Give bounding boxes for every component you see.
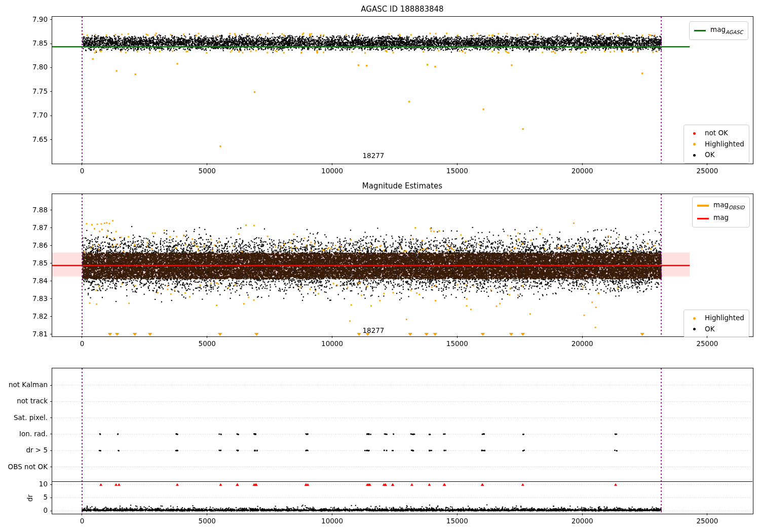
y-tick-label: 7.87 bbox=[12, 223, 48, 232]
y-tick-label: 7.84 bbox=[12, 277, 48, 285]
x-tick-label: 0 bbox=[59, 167, 105, 175]
x-tick bbox=[332, 513, 332, 515]
dr-tick-label: 0 bbox=[12, 506, 48, 514]
green-line-swatch bbox=[694, 30, 706, 31]
category-label: not Kalman bbox=[0, 381, 48, 389]
legend-item-ok: OK bbox=[689, 324, 744, 335]
x-tick bbox=[582, 163, 583, 165]
plots-canvas bbox=[0, 0, 760, 532]
legend-label-mag-obsid: magOBSID bbox=[713, 202, 745, 210]
x-tick-label: 15000 bbox=[434, 517, 480, 525]
x-tick-label: 0 bbox=[59, 517, 105, 525]
legend-mag-agasc: magAGASC bbox=[689, 21, 748, 40]
obsid-annotation-middle: 18277 bbox=[351, 326, 396, 334]
y-tick bbox=[50, 334, 52, 334]
legend-label-mag-agasc: magAGASC bbox=[710, 26, 743, 35]
y-tick-label: 7.75 bbox=[12, 87, 48, 95]
legend-label-highlighted: Highlighted bbox=[705, 315, 744, 322]
x-tick bbox=[82, 336, 82, 338]
x-tick bbox=[582, 513, 583, 515]
x-tick-label: 20000 bbox=[559, 517, 605, 525]
y-tick bbox=[50, 116, 52, 116]
legend-mid-lines: magOBSID mag bbox=[692, 197, 750, 227]
category-label: OBS not OK bbox=[0, 463, 48, 471]
category-label: not track bbox=[0, 397, 48, 405]
y-tick-label: 7.88 bbox=[12, 206, 48, 214]
y-tick bbox=[50, 19, 52, 20]
legend-item-mag-agasc: magAGASC bbox=[694, 24, 743, 37]
ok-dot-swatch-box bbox=[689, 326, 700, 333]
legend-item-highlighted: Highlighted bbox=[689, 139, 744, 150]
x-tick-label: 5000 bbox=[184, 167, 230, 175]
category-label: Ion. rad. bbox=[0, 430, 48, 438]
legend-label-not-ok: not OK bbox=[705, 130, 728, 137]
x-tick bbox=[82, 163, 82, 165]
y-tick-label: 7.80 bbox=[12, 63, 48, 71]
legend-item-highlighted: Highlighted bbox=[689, 313, 744, 324]
x-tick bbox=[457, 513, 458, 515]
x-tick-label: 20000 bbox=[559, 167, 605, 175]
y-tick bbox=[50, 44, 52, 44]
y-tick bbox=[50, 245, 52, 246]
not-ok-dot-swatch-box bbox=[689, 130, 700, 137]
x-tick-label: 25000 bbox=[685, 517, 730, 525]
y-tick-label: 7.81 bbox=[12, 330, 48, 338]
y-tick bbox=[50, 227, 52, 228]
y-tick bbox=[50, 401, 52, 402]
figure: AGASC ID 188883848 Magnitude Estimates 1… bbox=[0, 0, 760, 532]
x-tick-label: 20000 bbox=[559, 339, 605, 348]
y-tick-label: 7.85 bbox=[12, 259, 48, 267]
x-tick-label: 10000 bbox=[310, 339, 355, 348]
dr-tick-label: 10 bbox=[12, 480, 48, 488]
legend-text-main: mag bbox=[713, 201, 729, 209]
y-tick bbox=[50, 316, 52, 317]
y-tick bbox=[50, 210, 52, 210]
category-label: Sat. pixel. bbox=[0, 413, 48, 422]
y-tick bbox=[50, 263, 52, 263]
y-tick-label: 7.85 bbox=[12, 39, 48, 47]
highlighted-dot-swatch bbox=[693, 317, 696, 320]
x-tick bbox=[332, 163, 332, 165]
x-tick-label: 5000 bbox=[184, 339, 230, 348]
highlighted-dot-swatch-box bbox=[689, 141, 700, 148]
x-tick bbox=[582, 336, 583, 338]
x-tick-label: 15000 bbox=[434, 167, 480, 175]
legend-mid-markers: Highlighted OK bbox=[683, 310, 749, 337]
x-tick-label: 5000 bbox=[184, 517, 230, 525]
ok-dot-swatch-box bbox=[689, 151, 700, 159]
not-ok-dot-swatch bbox=[693, 132, 696, 135]
dr-tick-label: 5 bbox=[12, 493, 48, 501]
x-tick bbox=[707, 163, 707, 165]
x-tick-label: 15000 bbox=[434, 339, 480, 348]
legend-label-ok: OK bbox=[705, 151, 714, 159]
y-tick bbox=[50, 298, 52, 299]
x-tick-label: 10000 bbox=[310, 517, 355, 525]
x-tick-label: 0 bbox=[59, 339, 105, 348]
red-line-swatch bbox=[697, 218, 709, 219]
x-tick-label: 25000 bbox=[685, 339, 730, 348]
legend-text-main: mag bbox=[710, 25, 726, 33]
x-tick bbox=[207, 336, 207, 338]
x-tick bbox=[332, 336, 332, 338]
obsid-annotation-top: 18277 bbox=[351, 151, 396, 160]
ok-dot-swatch bbox=[693, 154, 696, 157]
y-tick-label: 7.82 bbox=[12, 312, 48, 320]
y-tick-label: 7.86 bbox=[12, 241, 48, 249]
legend-item-ok: OK bbox=[689, 149, 744, 161]
y-tick bbox=[50, 281, 52, 281]
y-tick bbox=[50, 139, 52, 140]
x-tick bbox=[207, 163, 207, 165]
y-tick bbox=[50, 484, 52, 485]
y-tick bbox=[50, 417, 52, 418]
x-tick-label: 10000 bbox=[310, 167, 355, 175]
y-tick bbox=[50, 67, 52, 68]
legend-text-sub: AGASC bbox=[726, 29, 743, 35]
x-tick bbox=[707, 513, 707, 515]
legend-label-highlighted: Highlighted bbox=[705, 141, 744, 148]
y-tick bbox=[50, 450, 52, 451]
y-tick bbox=[50, 467, 52, 467]
legend-top-markers: not OK Highlighted OK bbox=[683, 125, 749, 164]
legend-text-sub: OBSID bbox=[729, 205, 745, 210]
legend-label-mag: mag bbox=[713, 214, 729, 223]
y-tick bbox=[50, 498, 52, 498]
